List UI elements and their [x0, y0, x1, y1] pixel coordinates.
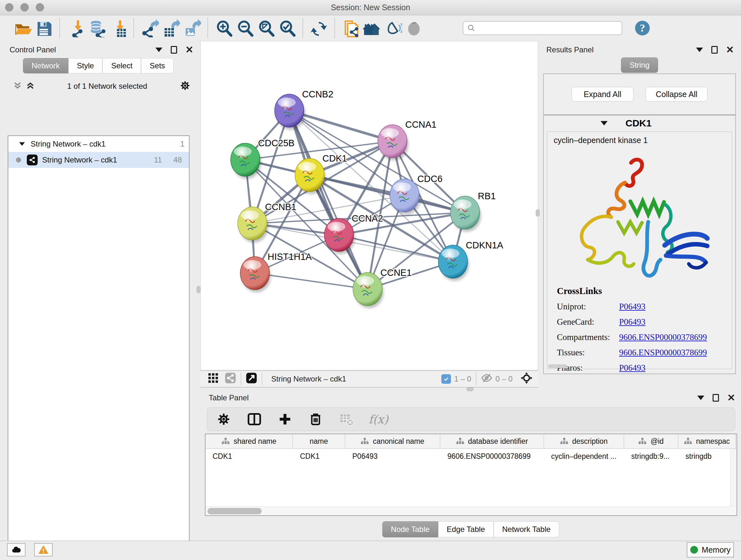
panel-close-icon[interactable]: ✕ — [185, 47, 193, 53]
expand-all-icon[interactable] — [25, 81, 35, 91]
column-header-description[interactable]: description — [544, 434, 624, 448]
show-details-button[interactable] — [403, 17, 424, 39]
import-network-file-button[interactable] — [65, 17, 86, 39]
right-splitter-grip[interactable] — [536, 209, 540, 216]
collection-expand-icon[interactable] — [19, 142, 25, 145]
export-network-button[interactable] — [139, 17, 160, 39]
string-import-button[interactable] — [340, 17, 361, 39]
column-header-namespac[interactable]: namespac — [678, 434, 736, 448]
enable-glass-button[interactable] — [382, 17, 403, 39]
panel-close-icon[interactable]: ✕ — [727, 395, 735, 401]
crosslink-link[interactable]: P06493 — [619, 302, 646, 312]
entry-collapse-icon[interactable] — [601, 121, 608, 125]
expand-all-button[interactable]: Expand All — [571, 87, 633, 102]
search-box[interactable] — [463, 21, 622, 35]
zoom-window-button[interactable] — [36, 3, 44, 11]
close-window-button[interactable] — [5, 3, 13, 11]
tab-edge-table[interactable]: Edge Table — [438, 521, 494, 537]
zoom-out-button[interactable] — [234, 17, 255, 39]
node-CDK1[interactable]: CDK1 — [295, 153, 347, 194]
network-view-icon[interactable] — [225, 372, 236, 386]
import-network-database-button[interactable] — [86, 17, 107, 39]
column-header-database-identifier[interactable]: database identifier — [441, 434, 544, 448]
left-splitter-grip[interactable] — [197, 286, 200, 293]
panel-close-icon[interactable]: ✕ — [726, 47, 734, 53]
panel-float-icon[interactable] — [713, 394, 719, 401]
tab-node-table[interactable]: Node Table — [382, 521, 438, 537]
tab-select[interactable]: Select — [103, 58, 141, 73]
crosslink-link[interactable]: P06493 — [619, 363, 646, 373]
bottom-splitter-grip[interactable] — [467, 387, 474, 391]
panel-menu-icon[interactable] — [696, 48, 703, 52]
import-table-file-button[interactable] — [107, 17, 128, 39]
export-table-button[interactable] — [160, 17, 181, 39]
table-cell[interactable]: 9606.ENSP00000378699 — [441, 449, 544, 463]
node-CDC6[interactable]: CDC6 — [390, 174, 443, 214]
collapse-all-icon[interactable] — [13, 81, 22, 91]
show-column-panel-icon[interactable] — [246, 411, 263, 428]
column-header-name[interactable]: name — [293, 434, 345, 448]
cloud-status-button[interactable] — [7, 543, 25, 557]
memory-button[interactable]: Memory — [687, 542, 734, 557]
tab-network-table[interactable]: Network Table — [494, 521, 559, 537]
table-settings-gear-icon[interactable] — [215, 411, 232, 428]
network-row-selected[interactable]: String Network – cdk1 11 48 — [8, 152, 189, 168]
warning-status-button[interactable] — [34, 543, 53, 557]
save-session-button[interactable] — [33, 17, 54, 39]
edge-CCNB2-CCNE1[interactable] — [289, 111, 367, 289]
scrollbar-thumb[interactable] — [207, 508, 262, 514]
birdseye-crosshair-icon[interactable] — [521, 372, 532, 386]
help-button[interactable]: ? — [635, 21, 650, 36]
grid-view-icon[interactable] — [207, 372, 219, 386]
tab-network[interactable]: Network — [23, 58, 68, 73]
table-cell[interactable]: P06493 — [345, 449, 441, 463]
edge-HIST1H1A-CCNE1[interactable] — [255, 273, 367, 289]
table-vertical-scrollbar[interactable] — [730, 449, 737, 506]
selected-nodes-checkbox[interactable] — [441, 374, 451, 384]
table-cell[interactable]: stringdb — [678, 449, 736, 463]
node-CCNA1[interactable]: CCNA1 — [378, 119, 436, 160]
search-input[interactable] — [478, 23, 618, 33]
panel-float-icon[interactable] — [171, 46, 177, 54]
network-graph[interactable]: CCNB2 CCNA1 CDC25B CDK1 — [201, 41, 538, 370]
panel-menu-icon[interactable] — [697, 395, 704, 400]
crosslink-link[interactable]: 9606.ENSP00000378699 — [619, 348, 707, 358]
string-home-button[interactable] — [361, 17, 382, 39]
open-session-button[interactable] — [12, 17, 33, 39]
node-table[interactable]: shared namenamecanonical namedatabase id… — [205, 434, 737, 506]
table-horizontal-scrollbar[interactable] — [205, 506, 737, 516]
results-scrollbar[interactable] — [548, 364, 567, 368]
node-CCNE1[interactable]: CCNE1 — [353, 267, 412, 308]
add-column-icon[interactable] — [277, 411, 293, 428]
export-image-button[interactable] — [181, 17, 202, 39]
tab-sets[interactable]: Sets — [141, 58, 174, 73]
column-header--id[interactable]: @id — [624, 434, 678, 448]
node-RB1[interactable]: RB1 — [451, 191, 496, 232]
window-controls[interactable] — [5, 3, 44, 11]
node-CDKN1A[interactable]: CDKN1A — [439, 240, 503, 281]
tab-style[interactable]: Style — [68, 58, 103, 73]
column-header-shared-name[interactable]: shared name — [205, 434, 293, 448]
network-view-canvas[interactable]: CCNB2 CCNA1 CDC25B CDK1 — [200, 41, 538, 370]
zoom-selected-button[interactable] — [276, 17, 297, 39]
node-HIST1H1A[interactable]: HIST1H1A — [240, 252, 312, 293]
column-header-canonical-name[interactable]: canonical name — [345, 434, 441, 448]
hidden-eye-icon[interactable] — [481, 372, 492, 386]
delete-column-trash-icon[interactable] — [307, 411, 324, 428]
table-cell[interactable]: cyclin–dependent ... — [544, 449, 624, 463]
minimize-window-button[interactable] — [20, 3, 29, 11]
tab-string[interactable]: String — [621, 57, 658, 73]
zoom-fit-button[interactable] — [255, 17, 276, 39]
collapse-all-button[interactable]: Collapse All — [646, 87, 708, 102]
crosslink-link[interactable]: P06493 — [619, 317, 646, 327]
panel-float-icon[interactable] — [711, 46, 718, 54]
table-row[interactable]: CDK1CDK1P064939606.ENSP00000378699cyclin… — [205, 449, 737, 463]
table-cell[interactable]: stringdb:9... — [624, 449, 678, 463]
table-cell[interactable]: CDK1 — [293, 449, 345, 463]
network-options-gear-icon[interactable] — [179, 80, 191, 92]
apply-layout-button[interactable] — [308, 17, 329, 39]
zoom-in-button[interactable] — [213, 17, 234, 39]
detach-view-icon[interactable] — [246, 372, 257, 386]
network-collection-row[interactable]: String Network – cdk1 1 — [8, 136, 189, 152]
panel-menu-icon[interactable] — [155, 48, 162, 52]
